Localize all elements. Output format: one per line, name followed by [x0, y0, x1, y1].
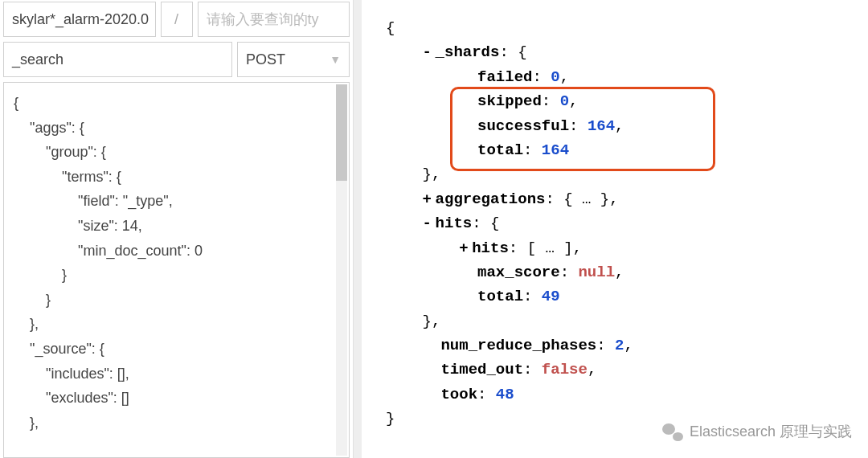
json-line[interactable]: - hits: {: [386, 211, 860, 235]
json-line[interactable]: },: [386, 309, 860, 333]
json-line[interactable]: failed: 0,: [386, 65, 860, 89]
json-line[interactable]: num_reduce_phases: 2,: [386, 333, 860, 358]
query-text[interactable]: { "aggs": { "group": { "terms": { "field…: [4, 83, 349, 443]
json-line[interactable]: total: 49: [386, 284, 860, 309]
type-input[interactable]: 请输入要查询的ty: [198, 2, 350, 37]
method-label: POST: [246, 51, 285, 68]
request-panel: skylar*_alarm-2020.0 / 请输入要查询的ty _search…: [0, 0, 354, 458]
app-container: skylar*_alarm-2020.0 / 请输入要查询的ty _search…: [0, 0, 868, 458]
json-line[interactable]: - _shards: {: [386, 40, 860, 64]
endpoint-input[interactable]: _search: [3, 42, 232, 77]
json-line[interactable]: },: [386, 162, 860, 186]
json-line[interactable]: skipped: 0,: [386, 89, 860, 113]
json-line[interactable]: took: 48: [386, 382, 860, 407]
endpoint-method-row: _search POST ▼: [3, 42, 350, 77]
scroll-thumb[interactable]: [336, 84, 347, 181]
response-json[interactable]: { - _shards: { failed: 0, skipped: 0, su…: [386, 16, 860, 431]
index-type-row: skylar*_alarm-2020.0 / 请输入要查询的ty: [3, 2, 350, 37]
wechat-icon: [662, 423, 683, 441]
path-separator: /: [161, 2, 193, 37]
panel-divider: [354, 0, 362, 458]
json-line[interactable]: + aggregations: { … },: [386, 187, 860, 211]
chevron-down-icon: ▼: [330, 53, 341, 66]
json-line[interactable]: + hits: [ … ],: [386, 236, 860, 260]
json-line[interactable]: timed_out: false,: [386, 358, 860, 382]
response-panel: { - _shards: { failed: 0, skipped: 0, su…: [362, 0, 868, 458]
wechat-credit: Elasticsearch 原理与实践: [662, 420, 852, 444]
credit-text: Elasticsearch 原理与实践: [690, 420, 852, 444]
http-method-select[interactable]: POST ▼: [237, 42, 350, 77]
json-line[interactable]: total: 164: [386, 138, 860, 162]
index-input[interactable]: skylar*_alarm-2020.0: [3, 2, 156, 37]
json-line[interactable]: {: [386, 16, 860, 40]
json-line[interactable]: successful: 164,: [386, 114, 860, 138]
query-body-editor[interactable]: { "aggs": { "group": { "terms": { "field…: [3, 82, 350, 458]
json-line[interactable]: max_score: null,: [386, 260, 860, 284]
scrollbar-vertical[interactable]: ▲: [336, 84, 347, 456]
